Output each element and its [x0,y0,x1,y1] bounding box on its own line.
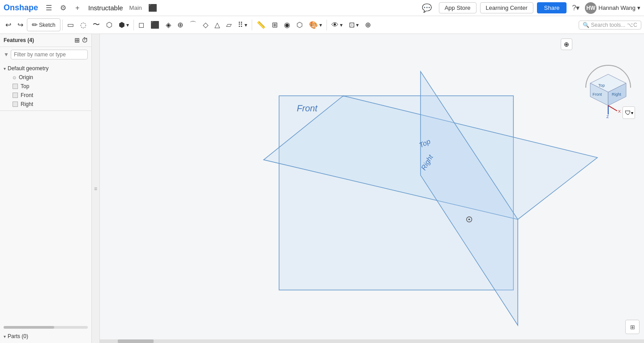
default-geometry-label: Default geometry [8,65,48,72]
sketch-button[interactable]: ✏ Sketch [27,18,60,31]
add-icon[interactable]: + [72,3,83,13]
filter-icon: ▼ [4,51,9,58]
mate-connector[interactable]: ⊕ [175,19,186,31]
help-icon[interactable]: ?▾ [570,4,581,12]
display-icon: ⊡ [349,21,355,29]
section-view-button[interactable]: ⊞ [269,19,280,31]
chat-icon[interactable]: 💬 [418,1,435,15]
plane-box-icon-2 [13,93,18,98]
extrude-button[interactable]: ▭ [64,19,77,31]
zoom-fit-icon: ⊕ [365,21,371,29]
tree-item-right[interactable]: Right [0,100,91,109]
render-icon: ⬡ [296,21,303,29]
tree-divider [0,110,91,111]
horizontal-scrollbar[interactable] [4,326,88,329]
origin-icon: ⊙ [13,75,16,80]
revolve-button[interactable]: ◌ [77,19,89,31]
toolbar-separator-3 [252,20,252,30]
avatar: HW [585,2,597,14]
side-panel-button[interactable]: ⊞ [625,320,640,334]
view-dropdown[interactable]: 👁▾ [329,19,345,31]
zoom-button[interactable]: ⊕ [561,38,572,50]
sweep-button[interactable]: 〜 [90,18,103,31]
scrollbar-thumb [4,326,54,329]
tree-item-top[interactable]: Top [0,82,91,91]
right-label: Right [21,101,33,107]
svg-point-7 [468,219,470,220]
learning-center-button[interactable]: Learning Center [480,2,533,13]
search-tools-label: Search tools... [591,22,626,28]
top-label: Top [21,83,29,89]
display-mode-button[interactable]: 🛡 ▾ [623,106,635,119]
history-icon[interactable]: ⏱ [82,37,88,44]
share-button[interactable]: Share [537,2,567,13]
svg-text:Top: Top [598,83,605,88]
origin-label: Origin [19,74,33,80]
chevron-down-icon: ▾ [4,66,6,71]
fillet-button[interactable]: ⌒ [187,18,199,31]
parts-label: Parts (0) [8,333,28,339]
undo-icon: ↩ [5,21,11,29]
viewport-canvas[interactable]: Front Top Right Top [100,34,644,343]
viewport-hscroll[interactable] [100,339,644,343]
tree-item-front[interactable]: Front [0,91,91,100]
view-icon: 👁 [331,21,339,29]
undo-button[interactable]: ↩ [3,19,14,31]
hide-icon: ◉ [284,21,290,29]
fillet-icon: ⌒ [189,20,197,30]
shell-button[interactable]: ▱ [223,19,234,31]
configure-icon[interactable]: ⊞ [74,37,80,44]
features-label: Features (4) [4,37,34,43]
redo-button[interactable]: ↪ [15,19,26,31]
section-icon: ⊞ [272,21,278,29]
svg-line-16 [608,106,617,111]
plane-box-icon [13,84,18,89]
render-button[interactable]: ⬡ [294,19,305,31]
sidebar: Features (4) ⊞ ⏱ ▼ ▾ Default geometry ⊙ … [0,34,92,343]
feature-tree: ▾ Default geometry ⊙ Origin Top Front [0,62,91,325]
document-title: Instructable [88,4,123,12]
pattern-dropdown[interactable]: ⠿▾ [235,19,250,31]
filter-icon[interactable]: ⚙ [58,3,69,13]
collapse-icon: ≡ [94,186,97,192]
pattern-chevron-icon: ▾ [245,22,247,28]
svg-text:Z: Z [606,114,609,119]
appearance-chevron-icon: ▾ [319,22,322,28]
shield-icon: 🛡 [625,109,631,116]
loft-icon: ⬡ [106,21,112,29]
axis-button[interactable]: ⬛ [148,19,162,31]
plane-box-icon-3 [13,102,18,107]
mate-icon: ⊕ [177,21,183,29]
loft-button[interactable]: ⬡ [103,19,115,31]
features-header: Features (4) ⊞ ⏱ [0,34,91,47]
point-button[interactable]: ◈ [163,19,174,31]
redo-icon: ↪ [17,21,23,29]
parts-header[interactable]: ▾ Parts (0) [4,333,88,339]
plane-button[interactable]: ◻ [136,19,147,31]
appstore-button[interactable]: App Store [439,2,477,13]
default-geometry-header[interactable]: ▾ Default geometry [0,64,91,73]
default-geometry-group: ▾ Default geometry ⊙ Origin Top Front [0,64,91,109]
toolbar-separator-4 [326,20,327,30]
search-tools[interactable]: 🔍 Search tools... ⌥C [579,21,641,30]
draft-button[interactable]: △ [212,19,223,31]
appearance-dropdown[interactable]: 🎨▾ [306,19,325,31]
nav-cube[interactable]: Top Front Right Z X 🛡 ▾ [581,61,635,119]
measure-icon: 📏 [257,21,266,29]
chamfer-icon: ◇ [203,21,208,29]
filter-input[interactable] [11,50,88,59]
menu-icon[interactable]: ☰ [43,3,54,13]
document-icon[interactable]: ⬛ [148,4,157,12]
boolean-dropdown[interactable]: ⬢▾ [116,19,132,31]
user-menu[interactable]: HW Hannah Wang ▾ [585,2,640,14]
onshape-logo[interactable]: Onshape [4,3,38,13]
chamfer-button[interactable]: ◇ [200,19,211,31]
hide-button[interactable]: ◉ [281,19,293,31]
zoom-fit-button[interactable]: ⊕ [362,19,374,31]
sketch-icon: ✏ [32,21,38,29]
measure-button[interactable]: 📏 [254,19,268,31]
sidebar-collapse-handle[interactable]: ≡ [92,34,100,343]
display-dropdown[interactable]: ⊡▾ [346,19,361,31]
display-chevron-icon: ▾ [631,110,633,115]
tree-item-origin[interactable]: ⊙ Origin [0,73,91,82]
